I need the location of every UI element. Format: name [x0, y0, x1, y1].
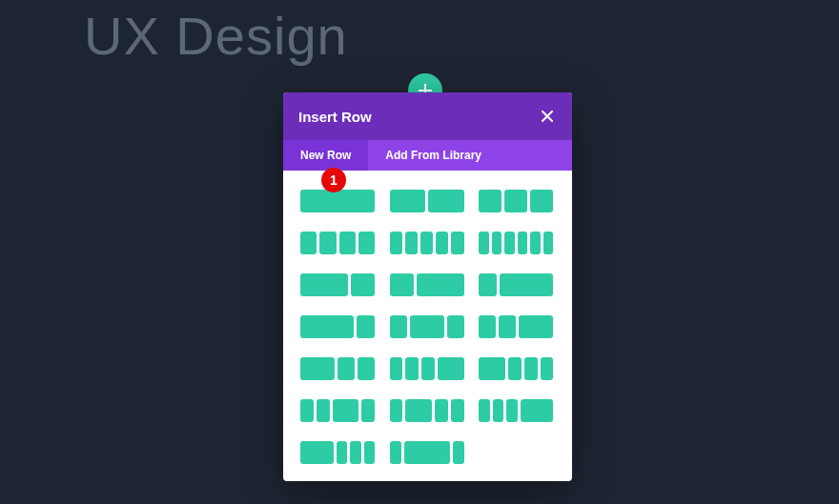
page-title: UX Design: [84, 5, 348, 67]
layout-option[interactable]: [300, 315, 375, 338]
layout-column: [499, 315, 516, 338]
layout-column: [358, 232, 375, 254]
layout-option[interactable]: [300, 399, 375, 422]
layout-column: [405, 232, 418, 254]
layout-column: [300, 232, 317, 254]
layout-column: [447, 315, 464, 338]
layout-column: [479, 315, 496, 338]
layout-column: [390, 232, 402, 254]
layout-option[interactable]: [300, 232, 375, 254]
layout-column: [438, 357, 464, 380]
layout-column: [300, 441, 334, 464]
layout-column: [518, 232, 528, 254]
step-badge: 1: [321, 168, 346, 192]
layout-column: [492, 232, 502, 254]
layout-column: [421, 357, 435, 380]
modal-tabs: New Row Add From Library: [283, 140, 572, 171]
layout-column: [351, 273, 375, 296]
layout-column: [390, 399, 403, 422]
layout-column: [317, 399, 330, 422]
layout-column: [364, 441, 376, 464]
layout-column: [357, 315, 375, 338]
layout-column: [453, 441, 464, 464]
layout-option[interactable]: [390, 441, 464, 464]
layout-column: [337, 441, 348, 464]
layout-option[interactable]: [390, 190, 464, 212]
layout-column: [541, 357, 554, 380]
layout-column: [479, 232, 489, 254]
layout-column: [493, 399, 504, 422]
layout-column: [361, 399, 375, 422]
layout-column: [543, 232, 554, 254]
tab-new-row[interactable]: New Row: [283, 140, 368, 171]
tab-add-from-library[interactable]: Add From Library: [368, 140, 499, 171]
layout-column: [333, 399, 359, 422]
layout-column: [479, 190, 501, 212]
insert-row-modal: Insert Row New Row Add From Library: [283, 92, 572, 481]
layout-option[interactable]: [479, 273, 553, 296]
layout-column: [436, 232, 448, 254]
layout-column: [524, 357, 538, 380]
layout-column: [405, 357, 419, 380]
layout-column: [506, 399, 518, 422]
layout-column: [339, 232, 356, 254]
layout-column: [451, 399, 464, 422]
layout-column: [500, 273, 553, 296]
layout-column: [508, 357, 522, 380]
layout-column: [451, 232, 463, 254]
layout-option[interactable]: [390, 273, 464, 296]
layout-column: [390, 357, 403, 380]
layout-column: [405, 399, 432, 422]
layout-column: [319, 232, 336, 254]
close-icon: [542, 107, 553, 127]
layout-column: [300, 315, 354, 338]
layout-column: [417, 273, 464, 296]
layout-column: [300, 357, 335, 380]
layout-column: [300, 273, 348, 296]
layout-column: [504, 232, 515, 254]
layout-option[interactable]: [390, 232, 464, 254]
layout-column: [435, 399, 448, 422]
layout-column: [390, 273, 414, 296]
layout-column: [521, 399, 554, 422]
layout-option[interactable]: [390, 315, 464, 338]
layout-column: [479, 273, 497, 296]
layout-option[interactable]: [479, 232, 553, 254]
layout-option[interactable]: [300, 441, 375, 464]
layout-column: [519, 315, 553, 338]
layout-column: [420, 232, 433, 254]
layout-grid: [283, 171, 572, 481]
layout-option[interactable]: [300, 273, 375, 296]
layout-column: [530, 232, 541, 254]
layout-column: [338, 357, 355, 380]
modal-header: Insert Row: [283, 92, 572, 140]
layout-column: [404, 441, 450, 464]
modal-title: Insert Row: [298, 109, 372, 125]
layout-column: [300, 190, 375, 212]
layout-option[interactable]: [479, 357, 553, 380]
layout-option[interactable]: [300, 190, 375, 212]
layout-column: [350, 441, 361, 464]
close-button[interactable]: [538, 107, 557, 126]
layout-column: [530, 190, 553, 212]
layout-option[interactable]: [300, 357, 375, 380]
layout-option[interactable]: [390, 357, 464, 380]
layout-option[interactable]: [479, 399, 553, 422]
layout-column: [428, 190, 464, 212]
layout-option[interactable]: [479, 190, 553, 212]
layout-column: [410, 315, 444, 338]
layout-column: [390, 315, 407, 338]
layout-column: [300, 399, 314, 422]
layout-column: [358, 357, 375, 380]
layout-column: [390, 441, 401, 464]
layout-column: [479, 357, 505, 380]
layout-column: [390, 190, 426, 212]
layout-option[interactable]: [390, 399, 464, 422]
layout-column: [504, 190, 527, 212]
layout-column: [479, 399, 490, 422]
layout-option[interactable]: [479, 315, 553, 338]
